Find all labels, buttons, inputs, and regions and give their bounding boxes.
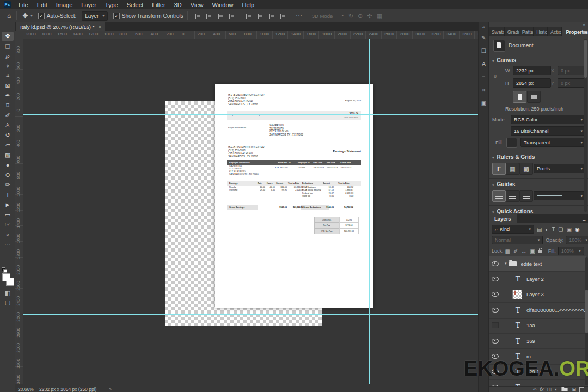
home-icon[interactable]: ⌂ [5, 12, 13, 20]
menu-select[interactable]: Select [122, 0, 148, 9]
quick-mask-button[interactable]: ◧ [3, 289, 12, 297]
distribute-horizontal-icon[interactable] [256, 13, 264, 19]
layer-row[interactable]: T 169 [489, 333, 586, 349]
align-top-edges-icon[interactable] [228, 13, 235, 19]
guide-horizontal-1[interactable] [23, 114, 478, 115]
orientation-portrait-button[interactable] [513, 91, 526, 103]
type-tool[interactable]: T [2, 190, 14, 199]
lock-transparent-pixels-icon[interactable]: ▦ [505, 248, 510, 254]
tab-layers[interactable]: Layers [489, 214, 517, 223]
visibility-toggle[interactable] [489, 318, 501, 333]
tab-actions[interactable]: Actio [548, 27, 562, 36]
paystub-document[interactable]: H-E-B DISTRIBUTION CENTER (512) 753-0800… [215, 84, 373, 308]
rulers-grids-section-header[interactable]: ▾Rulers & Grids [492, 154, 535, 160]
canvas-section-header[interactable]: ▾Canvas [492, 57, 516, 63]
rulers-toggle-button[interactable]: Γ [492, 163, 506, 175]
frame-tool[interactable]: ⊠ [2, 81, 14, 90]
clear-guides-button[interactable] [519, 190, 533, 202]
collapsed-panel-icon-2[interactable]: ❏ [480, 47, 487, 54]
guides-toggle-button[interactable] [492, 190, 506, 202]
tab-gradients[interactable]: Gradi [505, 27, 519, 36]
orientation-landscape-button[interactable] [527, 91, 541, 103]
gradient-tool[interactable]: ▧ [2, 150, 14, 160]
blur-tool[interactable]: ● [2, 161, 14, 170]
snap-toggle-button[interactable]: ▩ [519, 163, 533, 175]
adjustment-layer-icon[interactable]: ◐ [555, 387, 558, 392]
ruler-units-dropdown[interactable]: Pixels▾ [534, 164, 586, 173]
pen-tool[interactable]: ✑ [2, 180, 14, 189]
document-tab[interactable]: Italy id.psd @ 20.7% (RGB/16) * × [16, 22, 105, 31]
visibility-toggle[interactable] [489, 287, 501, 302]
menu-layer[interactable]: Layer [77, 0, 101, 9]
dodge-tool[interactable]: ⊖ [2, 170, 14, 180]
height-field[interactable]: 2854 px [513, 78, 551, 88]
align-right-edges-icon[interactable] [217, 13, 224, 19]
link-dimensions-icon[interactable]: 8 [494, 74, 497, 79]
collapsed-panel-icon-6[interactable]: ▣ [480, 100, 487, 107]
layer-name[interactable]: 169 [526, 338, 535, 344]
move-tool-icon[interactable]: ✥ [21, 12, 29, 20]
filter-type-layers-icon[interactable]: T [552, 226, 555, 232]
collapsed-panel-icon-5[interactable]: ⌗ [480, 87, 487, 94]
healing-brush-tool[interactable]: ⌑ [2, 101, 14, 110]
properties-scrollbar[interactable] [584, 39, 587, 212]
visibility-toggle[interactable] [489, 302, 501, 317]
layer-name[interactable]: edite text [521, 261, 542, 267]
menu-help[interactable]: Help [238, 0, 259, 9]
tab-patterns[interactable]: Patte [519, 27, 534, 36]
path-selection-tool[interactable]: ► [2, 200, 14, 209]
ruler-horizontal[interactable]: 2000180016001400120010008006004002000200… [23, 31, 478, 39]
menu-type[interactable]: Type [101, 0, 122, 9]
default-colors-icon[interactable] [2, 267, 7, 272]
chevron-down-icon[interactable]: ▾ [30, 14, 33, 18]
rectangle-tool[interactable]: ▭ [2, 210, 14, 219]
clone-stamp-tool[interactable]: ♙ [2, 121, 14, 130]
visibility-toggle[interactable] [489, 271, 501, 286]
guide-horizontal-2[interactable] [23, 314, 478, 315]
panel-menu-icon[interactable]: ≡ [583, 29, 586, 35]
grid-toggle-button[interactable]: ▦ [506, 163, 519, 175]
menu-view[interactable]: View [186, 0, 208, 9]
status-arrow-icon[interactable]: > [109, 387, 112, 392]
lock-all-icon[interactable] [538, 250, 542, 253]
ruler-vertical[interactable]: 8006004002000200400600800100012001400160… [15, 39, 24, 384]
layer-mask-icon[interactable]: ◫ [547, 387, 552, 392]
filter-adjustment-layers-icon[interactable]: ◐ [545, 226, 548, 232]
guide-horizontal-3[interactable] [23, 322, 478, 322]
filter-shape-layers-icon[interactable]: ❏ [559, 226, 564, 232]
crop-tool[interactable]: ⌗ [2, 71, 14, 81]
marquee-tool[interactable]: ▢ [2, 41, 14, 51]
bit-depth-dropdown[interactable]: 16 Bits/Channel▾ [511, 126, 586, 136]
layer-row[interactable]: T Layer 2 [489, 271, 586, 287]
screen-mode-button[interactable]: ▢ [3, 298, 12, 306]
history-brush-tool[interactable]: ↺ [2, 131, 14, 140]
menu-window[interactable]: Window [207, 0, 237, 9]
close-icon[interactable]: × [98, 24, 101, 30]
align-left-edges-icon[interactable] [194, 13, 201, 19]
auto-select-target-dropdown[interactable]: Layer ▾ [82, 11, 108, 21]
hand-tool[interactable]: ☞ [2, 220, 14, 229]
layer-effects-icon[interactable]: fx [540, 387, 543, 392]
menu-edit[interactable]: Edit [33, 0, 52, 9]
lasso-tool[interactable]: ℘ [2, 51, 14, 60]
menu-image[interactable]: Image [52, 0, 77, 9]
distribute-vertical-icon[interactable] [245, 13, 252, 19]
more-options-icon[interactable]: ⋯ [294, 12, 304, 20]
eraser-tool[interactable]: ▱ [2, 140, 14, 150]
layer-name[interactable]: Layer 2 [526, 276, 544, 282]
expand-panels-icon[interactable]: « [480, 23, 487, 30]
filter-toggle-icon[interactable]: ◉ [575, 226, 580, 232]
show-transform-checkbox[interactable]: ✓ [113, 13, 120, 19]
lock-artboard-icon[interactable]: ▣ [530, 248, 535, 254]
fill-dropdown[interactable]: Transparent▾ [520, 138, 586, 147]
align-vertical-centers-icon[interactable] [268, 13, 275, 19]
zoom-level[interactable]: 20.66% [18, 387, 34, 392]
zoom-tool[interactable]: ⌕ [2, 230, 14, 239]
delete-layer-icon[interactable] [579, 387, 584, 392]
move-tool[interactable]: ✥ [2, 32, 14, 41]
menu-filter[interactable]: Filter [148, 0, 169, 9]
layer-row[interactable]: T 1aa [489, 318, 586, 334]
visibility-toggle[interactable] [489, 256, 501, 271]
collapsed-panel-icon-1[interactable]: ✎ [480, 34, 487, 41]
guides-section-header[interactable]: ▾Guides [492, 181, 515, 187]
